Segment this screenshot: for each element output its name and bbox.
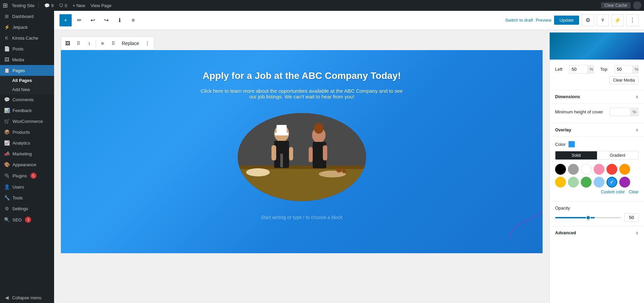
redo-button[interactable]: ↪ (100, 14, 112, 26)
opacity-input-wrap (624, 213, 639, 222)
layout-button[interactable]: ⠿ (108, 38, 118, 48)
drag-handle[interactable]: ⠿ (73, 38, 84, 48)
site-name-group[interactable]: Testing Site (12, 3, 34, 8)
sidebar-item-tools[interactable]: 🔧 Tools (0, 192, 54, 203)
cover-placeholder[interactable]: Start writing or type / to choose a bloc… (74, 215, 529, 220)
left-unit: % (587, 66, 594, 73)
add-block-button[interactable]: + (59, 14, 72, 26)
move-up-down-button[interactable]: ↕ (84, 38, 94, 48)
comment-count-item[interactable]: 💬 9 (43, 3, 55, 8)
advanced-title: Advanced (555, 230, 576, 235)
comment-icon: 💬 (44, 3, 50, 8)
info-icon: ℹ (119, 17, 121, 23)
color-black[interactable] (555, 164, 566, 175)
custom-color-button[interactable]: Custom color (601, 190, 625, 194)
svg-point-12 (314, 123, 324, 134)
clear-media-button[interactable]: Clear Media (609, 76, 639, 84)
more-options-button[interactable]: ⋮ (626, 14, 639, 26)
color-gray[interactable] (568, 164, 579, 175)
collapse-menu-item[interactable]: ◀ Collapse menu (0, 292, 54, 303)
gradient-tab[interactable]: Gradient (597, 151, 639, 159)
sidebar-item-media[interactable]: 🖼 Media (0, 54, 54, 65)
sidebar-item-marketing[interactable]: 📣 Marketing (0, 148, 54, 159)
sidebar-item-jetpack[interactable]: ⚡ Jetpack (0, 22, 54, 33)
sidebar-item-dashboard[interactable]: ⊞ Dashboard (0, 11, 54, 22)
switch-draft-button[interactable]: Switch to draft (505, 18, 533, 23)
color-white[interactable] (581, 164, 592, 175)
sidebar-item-comments[interactable]: 💬 Comments (0, 94, 54, 105)
sidebar-item-seo[interactable]: 🔍 SEO 3 (0, 214, 54, 225)
sidebar-item-plugins[interactable]: 🔌 Plugins 5 (0, 170, 54, 181)
sidebar-label-comments: Comments (13, 97, 34, 102)
sidebar-item-all-pages[interactable]: All Pages (0, 76, 54, 85)
opacity-slider[interactable] (555, 217, 621, 218)
sidebar-item-woocommerce[interactable]: 🛒 WooCommerce (0, 116, 54, 127)
sidebar-label-marketing: Marketing (13, 151, 32, 156)
dimensions-header[interactable]: Dimensions ∧ (550, 90, 644, 104)
color-orange[interactable] (619, 164, 630, 175)
min-height-input[interactable] (610, 108, 630, 116)
admin-avatar[interactable] (633, 1, 641, 9)
sidebar-item-products[interactable]: 📦 Products (0, 127, 54, 137)
sidebar-item-kinsta[interactable]: K Kinsta Cache (0, 33, 54, 43)
color-blue[interactable]: ✓ (606, 177, 617, 188)
color-red[interactable] (606, 164, 617, 175)
list-view-button[interactable]: ≡ (127, 14, 139, 26)
svg-point-3 (246, 168, 270, 176)
sidebar-item-posts[interactable]: 📄 Posts (0, 43, 54, 54)
sidebar-item-users[interactable]: 👤 Users (0, 181, 54, 192)
info-button[interactable]: ℹ (114, 14, 126, 26)
cover-subtitle[interactable]: Click here to learn more about the oppor… (200, 88, 403, 100)
preview-button[interactable]: Preview (536, 18, 551, 23)
top-unit: % (633, 66, 639, 73)
advanced-header[interactable]: Advanced ∨ (555, 230, 639, 235)
view-page-item[interactable]: View Page (89, 3, 113, 8)
solid-tab[interactable]: Solid (555, 151, 597, 159)
color-yellow[interactable] (555, 177, 566, 188)
media-icon: 🖼 (4, 57, 9, 62)
comment-bubble-item[interactable]: 🗨 0 (57, 3, 68, 8)
sidebar-item-analytics[interactable]: 📈 Analytics (0, 137, 54, 148)
opacity-input[interactable] (625, 214, 638, 221)
cover-title[interactable]: Apply for a Job at the ABC Company Today… (74, 70, 529, 81)
update-button[interactable]: Update (554, 16, 579, 25)
wp-logo[interactable]: ⊞ (3, 2, 8, 9)
color-green[interactable] (581, 177, 592, 188)
clear-cache-button[interactable]: Clear Cache (601, 2, 630, 8)
view-page-label: View Page (91, 3, 112, 8)
new-item[interactable]: + New (71, 3, 87, 8)
left-input[interactable] (570, 65, 587, 73)
block-type-button[interactable]: 🖼 (63, 38, 73, 48)
seo-icon: 🔍 (4, 217, 10, 222)
sidebar-item-appearance[interactable]: 🎨 Appearance (0, 159, 54, 170)
top-input[interactable] (615, 65, 633, 73)
performance-button[interactable]: ⚡ (612, 14, 624, 26)
replace-button[interactable]: Replace (119, 38, 142, 48)
color-lightgreen[interactable] (568, 177, 579, 188)
dimensions-chevron-icon: ∧ (636, 94, 639, 99)
svg-rect-18 (309, 147, 313, 162)
current-color-swatch[interactable] (568, 141, 575, 148)
color-pink[interactable] (594, 164, 604, 175)
settings-toggle-button[interactable]: ⚙ (582, 14, 594, 26)
color-purple[interactable] (619, 177, 630, 188)
list-icon: ≡ (132, 17, 135, 23)
undo-button[interactable]: ↩ (87, 14, 99, 26)
sidebar-item-pages[interactable]: 📋 Pages (0, 65, 54, 76)
edit-button[interactable]: ✏ (73, 14, 85, 26)
sidebar-label-appearance: Appearance (13, 162, 36, 167)
sidebar-item-settings[interactable]: ⚙ Settings (0, 203, 54, 214)
yoast-button[interactable]: Y (597, 14, 609, 26)
overlay-header[interactable]: Overlay ∧ (550, 123, 644, 137)
sidebar-item-feedback[interactable]: 📊 Feedback (0, 105, 54, 116)
cover-block[interactable]: Apply for a Job at the ABC Company Today… (61, 50, 543, 253)
clear-color-button[interactable]: Clear (629, 190, 639, 194)
admin-bar-divider-1 (39, 3, 39, 8)
overlay-title: Overlay (555, 127, 571, 132)
sidebar-item-add-new[interactable]: Add New (0, 85, 54, 94)
align-button[interactable]: ≡ (97, 38, 108, 48)
color-lightblue[interactable] (594, 177, 604, 188)
canvas-scroll[interactable]: 🖼 ⠿ ↕ ≡ ⠿ (54, 30, 549, 303)
block-more-button[interactable]: ⋮ (142, 38, 152, 48)
sidebar-label-feedback: Feedback (13, 108, 32, 113)
